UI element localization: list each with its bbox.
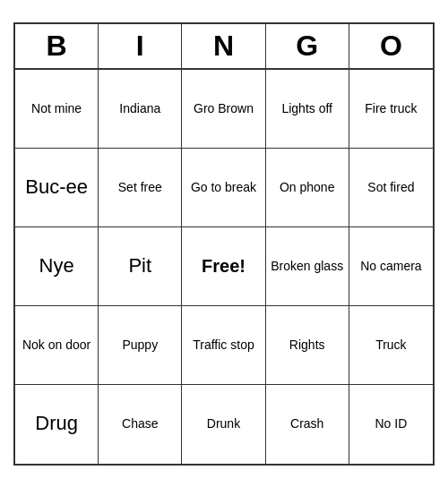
bingo-cell: Indiana xyxy=(99,70,182,149)
header-letter: B xyxy=(15,24,99,68)
bingo-cell: On phone xyxy=(266,149,349,227)
bingo-cell: Drug xyxy=(15,385,99,464)
bingo-cell: No camera xyxy=(349,227,433,306)
bingo-cell: Truck xyxy=(349,306,433,385)
bingo-cell: Nye xyxy=(15,227,99,306)
bingo-cell: Go to break xyxy=(182,149,265,227)
bingo-cell: Free! xyxy=(182,227,265,306)
bingo-cell: Not mine xyxy=(15,70,99,149)
header-letter: G xyxy=(266,24,349,68)
bingo-cell: Crash xyxy=(266,385,349,464)
bingo-cell: Drunk xyxy=(182,385,265,464)
bingo-cell: Gro Brown xyxy=(182,70,265,149)
bingo-cell: Lights off xyxy=(266,70,349,149)
bingo-cell: Broken glass xyxy=(266,227,349,306)
bingo-grid: Not mineIndianaGro BrownLights offFire t… xyxy=(15,70,433,464)
bingo-cell: Fire truck xyxy=(349,70,433,149)
bingo-cell: Rights xyxy=(266,306,349,385)
bingo-cell: Chase xyxy=(99,385,182,464)
bingo-cell: Sot fired xyxy=(349,149,433,227)
bingo-header: BINGO xyxy=(15,24,433,70)
bingo-cell: Traffic stop xyxy=(182,306,265,385)
header-letter: N xyxy=(182,24,265,68)
bingo-cell: No ID xyxy=(349,385,433,464)
bingo-cell: Nok on door xyxy=(15,306,99,385)
bingo-cell: Buc-ee xyxy=(15,149,99,227)
header-letter: I xyxy=(99,24,182,68)
bingo-card: BINGO Not mineIndianaGro BrownLights off… xyxy=(13,22,435,466)
bingo-cell: Pit xyxy=(99,227,182,306)
header-letter: O xyxy=(349,24,433,68)
bingo-cell: Puppy xyxy=(99,306,182,385)
bingo-cell: Set free xyxy=(99,149,182,227)
